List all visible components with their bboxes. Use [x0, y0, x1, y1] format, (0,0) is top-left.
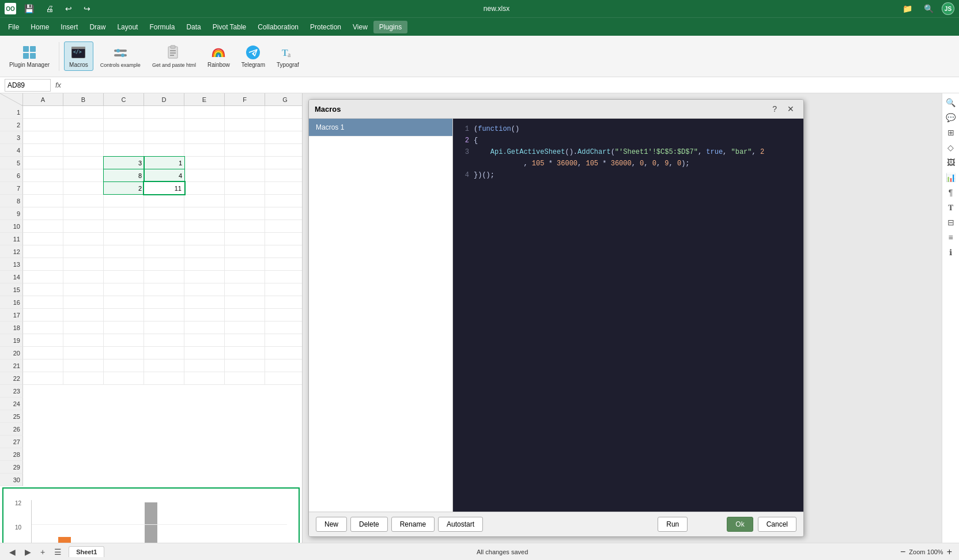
controls-icon: [112, 45, 129, 61]
row-num-20: 20: [0, 347, 23, 360]
row-num-22: 22: [0, 372, 23, 385]
macros-dialog: Macros ? ✕ Macros 1 1 (function(): [308, 99, 804, 537]
macro-action-buttons: New Delete Rename Autostart: [316, 517, 483, 532]
sidebar-image-icon[interactable]: 🖼: [944, 156, 958, 169]
delete-macro-button[interactable]: Delete: [350, 517, 388, 532]
print-button[interactable]: 🖨: [42, 3, 57, 14]
col-header-c[interactable]: C: [104, 93, 144, 105]
dialog-close-btn[interactable]: ✕: [784, 103, 798, 115]
menu-protection[interactable]: Protection: [304, 21, 347, 33]
title-bar-left: OO 💾 🖨 ↩ ↪: [5, 3, 94, 14]
telegram-icon: [245, 44, 261, 60]
col-header-b[interactable]: B: [63, 93, 104, 105]
row-num-14: 14: [0, 271, 23, 283]
col-header-d[interactable]: D: [144, 93, 184, 105]
save-button[interactable]: 💾: [21, 3, 37, 14]
cancel-button[interactable]: Cancel: [758, 517, 796, 532]
plugin-manager-btn[interactable]: Plugin Manager: [5, 42, 54, 70]
new-macro-button[interactable]: New: [316, 517, 347, 532]
svg-text:</>: </>: [73, 50, 82, 55]
menu-formula[interactable]: Formula: [144, 21, 180, 33]
table-row: [23, 360, 302, 372]
sidebar-info-icon[interactable]: ℹ: [944, 245, 958, 259]
macros-btn[interactable]: </> Macros: [64, 41, 93, 71]
corner-cell: [0, 93, 23, 105]
sidebar-table-icon[interactable]: ⊞: [944, 126, 958, 139]
chart-y-axis: 0 2 4 6 8 10 12: [15, 500, 27, 543]
undo-button[interactable]: ↩: [62, 3, 75, 14]
cell-reference-input[interactable]: [5, 79, 51, 92]
code-content-2: {: [474, 135, 799, 146]
prev-sheet-btn[interactable]: ◀: [7, 547, 18, 557]
menu-home[interactable]: Home: [25, 21, 55, 33]
menu-data[interactable]: Data: [180, 21, 206, 33]
ok-button[interactable]: Ok: [727, 517, 753, 532]
table-row: [23, 321, 302, 334]
typograf-btn[interactable]: T a Typograf: [272, 42, 304, 70]
sidebar-chart-icon[interactable]: 📊: [944, 171, 958, 184]
dialog-help-btn[interactable]: ?: [769, 103, 780, 115]
formula-fx-icon: fx: [55, 81, 61, 89]
rainbow-icon: [210, 44, 226, 60]
row-num-13: 13: [0, 258, 23, 271]
row-num-8: 8: [0, 195, 23, 207]
chart-bar-1-2: [58, 537, 71, 543]
menu-plugins[interactable]: Plugins: [373, 21, 407, 33]
sidebar-paragraph-icon[interactable]: ¶: [944, 186, 958, 199]
svg-point-11: [121, 54, 124, 57]
table-row: [23, 131, 302, 144]
menu-pivot[interactable]: Pivot Table: [207, 21, 252, 33]
sheet-tab-1[interactable]: Sheet1: [69, 546, 104, 557]
chart-group-2: [115, 502, 157, 543]
sidebar-table2-icon[interactable]: ⊟: [944, 215, 958, 229]
run-macro-button[interactable]: Run: [658, 517, 688, 532]
menu-insert[interactable]: Insert: [55, 21, 84, 33]
svg-rect-7: [71, 47, 85, 49]
add-sheet-btn[interactable]: +: [38, 547, 47, 557]
search-button[interactable]: 🔍: [920, 3, 937, 14]
location-button[interactable]: 📁: [899, 3, 916, 14]
col-header-a[interactable]: A: [23, 93, 63, 105]
menu-view[interactable]: View: [347, 21, 373, 33]
sidebar-shape-icon[interactable]: ◇: [944, 141, 958, 154]
sidebar-align-icon[interactable]: ≡: [944, 230, 958, 244]
row-num-25: 25: [0, 410, 23, 423]
rename-macro-button[interactable]: Rename: [391, 517, 435, 532]
sidebar-search-icon[interactable]: 🔍: [944, 96, 958, 109]
code-editor[interactable]: 1 (function() 2 { 3 Api.GetActiveSheet()…: [453, 119, 803, 512]
col-header-g[interactable]: G: [265, 93, 302, 105]
menu-draw[interactable]: Draw: [84, 21, 111, 33]
zoom-in-btn[interactable]: +: [947, 547, 952, 557]
grid-body: 1 2 3 4 5 6 7 8 9 10 11 12 13 14 15 16 1: [0, 106, 302, 486]
get-paste-html-btn[interactable]: Get and paste html: [148, 43, 201, 70]
col-header-f[interactable]: F: [225, 93, 265, 105]
rainbow-btn[interactable]: Rainbow: [203, 42, 235, 70]
svg-rect-1: [30, 46, 36, 52]
svg-text:a: a: [288, 51, 291, 59]
chart-container[interactable]: 0 2 4 6 8 10 12: [2, 487, 300, 543]
redo-button[interactable]: ↪: [80, 3, 94, 14]
code-content-1: (function(): [474, 123, 799, 135]
row-num-16: 16: [0, 296, 23, 309]
col-header-e[interactable]: E: [184, 93, 225, 105]
avatar[interactable]: JS: [942, 2, 954, 15]
menu-collaboration[interactable]: Collaboration: [252, 21, 304, 33]
toolbar-divider-1: [59, 42, 59, 71]
menu-layout[interactable]: Layout: [111, 21, 144, 33]
autostart-macro-button[interactable]: Autostart: [438, 517, 483, 532]
menu-file[interactable]: File: [2, 21, 25, 33]
chart-group-1: [43, 537, 86, 543]
title-bar: OO 💾 🖨 ↩ ↪ new.xlsx 📁 🔍 JS: [0, 0, 959, 17]
formula-bar: fx: [0, 77, 959, 93]
controls-example-btn[interactable]: Controls example: [96, 43, 145, 70]
telegram-btn[interactable]: Telegram: [237, 42, 270, 70]
macros-list-item[interactable]: Macros 1: [309, 119, 452, 137]
next-sheet-btn[interactable]: ▶: [22, 547, 33, 557]
formula-input[interactable]: [66, 81, 954, 89]
zoom-out-btn[interactable]: −: [900, 547, 905, 557]
sidebar-text-icon[interactable]: 𝐓: [944, 200, 958, 214]
sidebar-comment-icon[interactable]: 💬: [944, 111, 958, 124]
sheet-list-btn[interactable]: ☰: [52, 547, 64, 557]
line-number-4: 4: [458, 169, 469, 181]
row-num-6: 6: [0, 169, 23, 182]
